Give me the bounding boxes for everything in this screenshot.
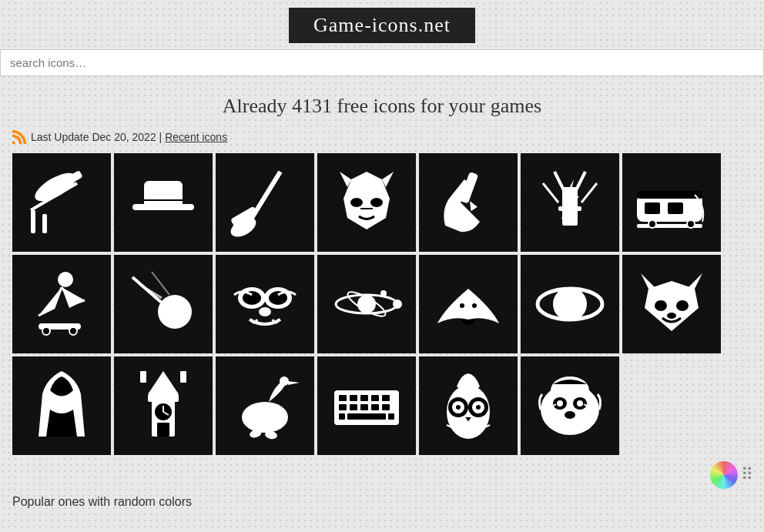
svg-point-42 bbox=[460, 303, 464, 308]
svg-point-90 bbox=[565, 411, 575, 419]
svg-rect-51 bbox=[148, 394, 179, 402]
svg-rect-73 bbox=[382, 404, 390, 410]
svg-rect-64 bbox=[339, 395, 347, 401]
svg-point-43 bbox=[472, 303, 477, 308]
broom-icon[interactable] bbox=[216, 153, 314, 252]
skater-icon[interactable] bbox=[12, 255, 111, 353]
hand-pencil-icon[interactable] bbox=[419, 153, 518, 252]
update-text: Last Update Dec 20, 2022 | bbox=[31, 131, 162, 143]
svg-point-47 bbox=[655, 300, 667, 311]
rss-icon bbox=[12, 130, 26, 144]
svg-point-60 bbox=[280, 376, 289, 386]
svg-point-59 bbox=[242, 402, 288, 433]
svg-rect-0 bbox=[12, 142, 15, 144]
svg-rect-56 bbox=[157, 423, 169, 437]
telescope-icon[interactable] bbox=[12, 153, 111, 252]
search-bar[interactable] bbox=[0, 49, 764, 76]
svg-point-89 bbox=[577, 400, 583, 407]
svg-point-13 bbox=[350, 198, 363, 207]
recent-icons-link[interactable]: Recent icons bbox=[165, 131, 227, 143]
svg-point-24 bbox=[648, 220, 656, 228]
badger-icon[interactable] bbox=[521, 356, 619, 455]
svg-rect-58 bbox=[180, 371, 186, 383]
fox-icon[interactable] bbox=[622, 255, 721, 353]
popular-label: Popular ones with random colors bbox=[12, 495, 192, 508]
svg-rect-71 bbox=[360, 404, 368, 410]
svg-point-83 bbox=[476, 405, 481, 410]
svg-point-45 bbox=[553, 287, 587, 321]
subway-icon[interactable] bbox=[622, 153, 721, 252]
svg-point-26 bbox=[58, 272, 73, 287]
svg-rect-72 bbox=[371, 404, 379, 410]
icons-grid bbox=[0, 153, 764, 455]
svg-point-14 bbox=[370, 198, 383, 207]
bottom-bar: ⠿ bbox=[0, 455, 764, 495]
svg-rect-68 bbox=[382, 395, 390, 401]
keyboard-icon[interactable] bbox=[317, 356, 416, 455]
search-input[interactable] bbox=[0, 49, 764, 76]
svg-rect-21 bbox=[645, 202, 660, 214]
svg-rect-70 bbox=[350, 404, 357, 410]
hood-icon[interactable] bbox=[12, 356, 111, 455]
site-header: Game-icons.net bbox=[0, 0, 764, 49]
svg-point-39 bbox=[393, 299, 402, 309]
svg-point-88 bbox=[557, 400, 563, 407]
svg-marker-52 bbox=[148, 371, 179, 394]
disguise-icon[interactable] bbox=[216, 255, 314, 353]
svg-point-28 bbox=[42, 327, 50, 335]
svg-point-30 bbox=[158, 295, 192, 329]
meteor-icon[interactable] bbox=[114, 255, 213, 353]
svg-rect-22 bbox=[668, 202, 683, 214]
orbit-icon[interactable] bbox=[521, 255, 619, 353]
owl-icon[interactable] bbox=[419, 356, 518, 455]
svg-rect-65 bbox=[350, 395, 357, 401]
svg-rect-2 bbox=[42, 214, 47, 233]
svg-rect-67 bbox=[371, 395, 379, 401]
svg-point-25 bbox=[687, 220, 695, 228]
site-title[interactable]: Game-icons.net bbox=[289, 8, 475, 43]
svg-rect-1 bbox=[31, 210, 35, 233]
bottom-icons: ⠿ bbox=[710, 461, 752, 489]
goose-icon[interactable] bbox=[216, 356, 314, 455]
popular-section-label: Popular ones with random colors bbox=[0, 495, 764, 515]
clocktower-icon[interactable] bbox=[114, 356, 213, 455]
svg-rect-9 bbox=[144, 196, 183, 199]
update-bar: Last Update Dec 20, 2022 | Recent icons bbox=[0, 124, 764, 153]
color-circle-icon[interactable] bbox=[710, 461, 738, 489]
svg-point-41 bbox=[380, 290, 387, 296]
svg-rect-20 bbox=[637, 191, 702, 199]
svg-rect-76 bbox=[388, 413, 394, 420]
svg-point-36 bbox=[259, 307, 271, 316]
hat-icon[interactable] bbox=[114, 153, 213, 252]
tagline: Already 4131 free icons for your games bbox=[0, 76, 764, 124]
svg-rect-7 bbox=[144, 181, 183, 208]
svg-rect-57 bbox=[140, 371, 146, 383]
svg-point-49 bbox=[667, 313, 676, 319]
svg-point-29 bbox=[69, 327, 77, 335]
lightning-tower-icon[interactable] bbox=[521, 153, 619, 252]
svg-rect-69 bbox=[339, 404, 347, 410]
solar-system-icon[interactable] bbox=[317, 255, 416, 353]
svg-rect-74 bbox=[347, 413, 386, 420]
svg-rect-75 bbox=[339, 413, 345, 420]
svg-point-48 bbox=[676, 300, 689, 311]
grid-dots-icon[interactable]: ⠿ bbox=[741, 465, 752, 485]
svg-rect-66 bbox=[360, 395, 368, 401]
demon-mask-icon[interactable] bbox=[317, 153, 416, 252]
svg-point-82 bbox=[456, 405, 461, 410]
manta-ray-icon[interactable] bbox=[419, 255, 518, 353]
